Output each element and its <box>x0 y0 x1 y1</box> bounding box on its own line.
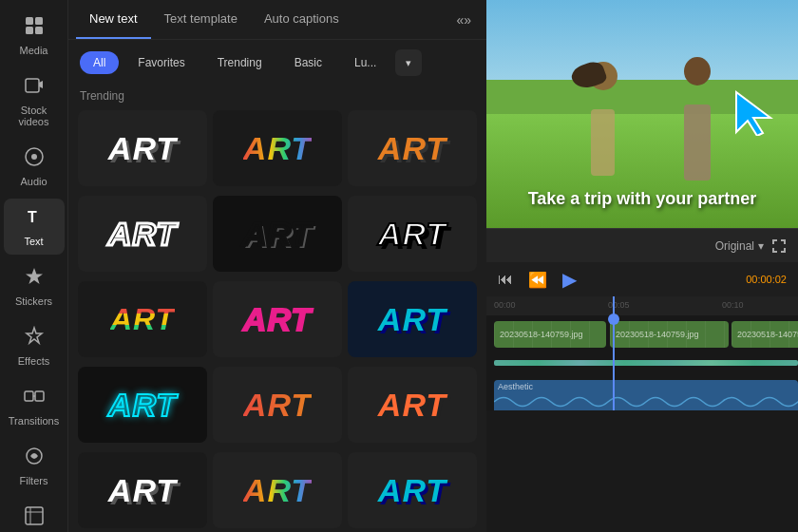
sidebar-item-label: Transitions <box>9 415 59 427</box>
list-item[interactable]: ART <box>213 196 342 272</box>
list-item[interactable]: ART <box>213 281 342 357</box>
sidebar-item-label: Stock videos <box>8 104 61 127</box>
art-text-label: ART <box>243 301 312 338</box>
transitions-icon <box>24 386 45 411</box>
sidebar-item-library[interactable]: Library <box>4 498 65 532</box>
video-preview: Take a trip with your partner <box>486 0 798 228</box>
art-text-label: ART <box>243 130 312 167</box>
list-item[interactable]: ART <box>78 367 207 443</box>
list-item[interactable]: ART <box>78 452 207 528</box>
clip-label: 20230518-140759.jpg <box>500 330 583 339</box>
sidebar-item-label: Stickers <box>15 295 52 307</box>
svg-rect-1 <box>35 17 43 25</box>
trending-section-label: Trending <box>68 86 486 110</box>
media-icon <box>24 15 45 41</box>
tab-new-text[interactable]: New text <box>76 0 151 39</box>
sidebar-item-filters[interactable]: Filters <box>4 438 65 494</box>
svg-rect-2 <box>26 27 33 34</box>
svg-rect-0 <box>26 17 33 25</box>
art-text-label: ART <box>108 216 177 253</box>
sidebar-item-label: Text <box>24 236 43 247</box>
list-item[interactable]: ART <box>348 110 477 186</box>
library-icon <box>24 505 45 531</box>
svg-rect-9 <box>35 391 44 401</box>
filter-basic[interactable]: Basic <box>281 51 335 74</box>
timeline-controls: ⏮ ⏪ ▶ 00:00:02 <box>486 262 798 296</box>
list-item[interactable]: ART <box>78 196 207 272</box>
subtitle-text: Take a trip with your partner <box>486 189 798 209</box>
filter-dropdown-btn[interactable]: ▾ <box>395 49 422 76</box>
list-item[interactable]: ART <box>348 196 477 272</box>
prev-frame-btn[interactable]: ⏪ <box>528 271 547 289</box>
art-text-label: ART <box>378 472 446 509</box>
cursor-arrow <box>732 88 774 140</box>
audio-track-label: Aesthetic <box>498 382 533 391</box>
audio-track-row: Aesthetic <box>486 380 798 410</box>
sidebar-item-stickers[interactable]: Stickers <box>4 258 65 314</box>
track-row: 20230518-140759.jpg 20230518-140759.jpg … <box>486 321 798 348</box>
playhead-handle <box>608 314 619 325</box>
rewind-btn[interactable]: ⏮ <box>498 271 513 288</box>
timeline-ruler: 00:00 00:05 00:10 <box>486 296 798 315</box>
effects-icon <box>24 326 45 352</box>
art-text-label: ART <box>378 130 446 167</box>
sidebar-item-label: Audio <box>20 176 47 187</box>
art-text-label: ART <box>110 302 175 337</box>
track-clip[interactable]: 20230518-140759.jpg <box>732 321 798 348</box>
stickers-icon <box>24 266 45 292</box>
filter-trending[interactable]: Trending <box>204 51 276 74</box>
sidebar: Media Stock videos Audio T Text <box>0 0 68 532</box>
art-text-label: ART <box>243 387 312 424</box>
sidebar-item-label: Media <box>20 45 48 56</box>
time-display: 00:00:02 <box>746 274 787 285</box>
tab-text-template[interactable]: Text template <box>151 0 251 39</box>
list-item[interactable]: ART <box>213 110 342 186</box>
timeline-playhead[interactable] <box>613 296 615 410</box>
text-panel: New text Text template Auto captions «» … <box>68 0 486 532</box>
list-item[interactable]: ART <box>78 110 207 186</box>
art-text-label: ART <box>108 387 177 424</box>
sidebar-item-text[interactable]: T Text <box>4 199 65 255</box>
svg-rect-8 <box>25 391 33 401</box>
filter-lu[interactable]: Lu... <box>341 51 390 74</box>
filters-icon <box>24 446 45 471</box>
svg-marker-12 <box>736 92 770 136</box>
list-item[interactable]: ART <box>348 367 477 443</box>
svg-text:T: T <box>28 209 37 225</box>
list-item[interactable]: ART <box>348 452 477 528</box>
list-item[interactable]: ART <box>213 452 342 528</box>
clip-label: 20230518-140759.jpg <box>737 330 798 339</box>
art-text-label: ART <box>243 216 312 253</box>
clip-label: 20230518-140759.jpg <box>616 330 699 339</box>
list-item[interactable]: ART <box>348 281 477 357</box>
sidebar-item-media[interactable]: Media <box>4 8 65 64</box>
play-btn[interactable]: ▶ <box>562 268 577 291</box>
sidebar-item-audio[interactable]: Audio <box>4 139 65 195</box>
preview-toolbar: Original ▾ <box>486 228 798 262</box>
art-text-label: ART <box>243 472 312 509</box>
filter-all[interactable]: All <box>80 51 119 74</box>
art-text-label: ART <box>378 301 446 338</box>
ruler-mark: 00:10 <box>722 300 744 310</box>
track-clip[interactable]: 20230518-140759.jpg <box>494 321 606 348</box>
tab-more-icon[interactable]: «» <box>448 5 479 35</box>
right-panel: Take a trip with your partner Original ▾… <box>486 0 798 532</box>
sidebar-item-effects[interactable]: Effects <box>4 318 65 374</box>
ruler-mark: 00:00 <box>494 300 516 310</box>
timeline: 00:00 00:05 00:10 20230518-140759.jpg 20… <box>486 296 798 410</box>
art-text-label: ART <box>108 472 177 509</box>
filter-favorites[interactable]: Favorites <box>124 51 198 74</box>
art-text-label: ART <box>378 387 446 424</box>
art-text-label: ART <box>108 130 177 167</box>
list-item[interactable]: ART <box>213 367 342 443</box>
svg-rect-3 <box>35 27 43 34</box>
tab-auto-captions[interactable]: Auto captions <box>251 0 352 39</box>
svg-rect-11 <box>26 507 43 524</box>
track-clip[interactable]: 20230518-140759.jpg <box>610 321 729 348</box>
quality-selector[interactable]: Original ▾ <box>715 239 764 253</box>
sidebar-item-stock-videos[interactable]: Stock videos <box>4 67 65 135</box>
list-item[interactable]: ART <box>78 281 207 357</box>
fullscreen-btn[interactable] <box>771 238 787 254</box>
audio-icon <box>24 146 45 172</box>
sidebar-item-transitions[interactable]: Transitions <box>4 378 65 434</box>
